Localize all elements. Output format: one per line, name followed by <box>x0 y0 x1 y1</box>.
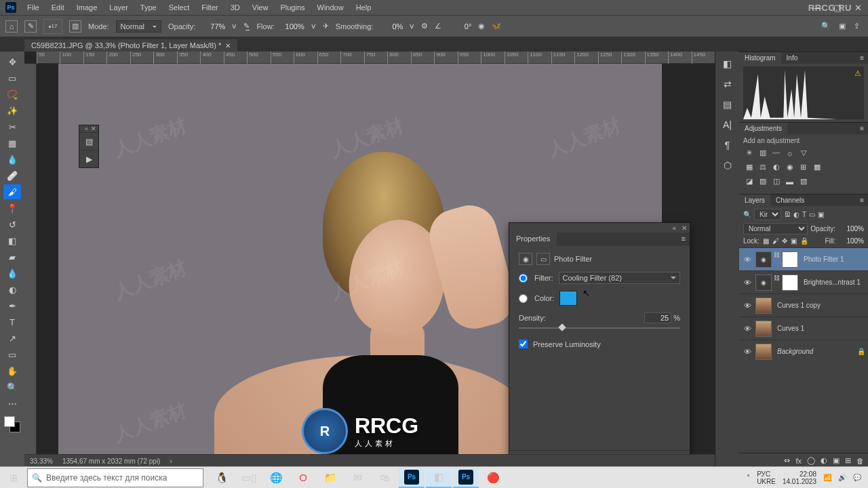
layer-fx-icon[interactable]: fx <box>795 457 802 465</box>
color-swatch[interactable] <box>559 291 577 306</box>
lasso-tool[interactable]: 📿 <box>3 87 21 102</box>
zoom-tool[interactable]: 🔍 <box>3 380 21 394</box>
brush-tool[interactable]: 🖌 <box>3 184 21 199</box>
dock-icon-2[interactable]: ⇄ <box>724 79 732 89</box>
adj-hsl-icon[interactable]: ▦ <box>743 161 755 173</box>
layer-name[interactable]: Background <box>777 348 854 355</box>
share-icon[interactable]: ⇪ <box>854 22 860 30</box>
menu-image[interactable]: Image <box>71 1 103 14</box>
start-button[interactable]: ⊞ <box>0 467 27 489</box>
filter-pixel-icon[interactable]: 🖻 <box>784 211 791 218</box>
blur-tool[interactable]: 💧 <box>3 266 21 281</box>
app-ps-1[interactable]: Ps <box>399 468 425 488</box>
filter-search-icon[interactable]: 🔍 <box>743 211 751 218</box>
panel-close-icon[interactable]: ✕ <box>91 125 96 132</box>
filter-type-icon[interactable]: T <box>802 211 806 218</box>
crop-tool[interactable]: ✂ <box>3 119 21 134</box>
visibility-icon[interactable]: 👁 <box>742 279 753 287</box>
lock-pixels-icon[interactable]: ▦ <box>763 237 769 245</box>
type-tool[interactable]: T <box>3 314 21 329</box>
tray-notifications-icon[interactable]: 💬 <box>853 474 861 481</box>
properties-tab[interactable]: Properties <box>509 232 557 246</box>
add-mask-icon[interactable]: ◯ <box>807 456 815 465</box>
fill-input[interactable] <box>838 237 864 245</box>
adj-levels-icon[interactable]: ▥ <box>757 147 768 159</box>
menu-layer[interactable]: Layer <box>104 1 134 14</box>
tray-chevron-icon[interactable]: ˄ <box>747 474 750 481</box>
path-tool[interactable]: ↗ <box>3 331 21 346</box>
smoothing-dropdown-icon[interactable]: ⅴ <box>410 22 414 30</box>
symmetry-icon[interactable]: 🦋 <box>492 22 501 30</box>
visibility-icon[interactable]: 👁 <box>742 348 753 356</box>
layer-row[interactable]: 👁Curves 1 copy <box>739 293 868 317</box>
adj-selective-icon[interactable]: ▧ <box>797 176 809 187</box>
fly-button-play[interactable]: ▶ <box>79 150 98 167</box>
smoothing-gear-icon[interactable]: ⚙ <box>421 22 428 30</box>
mask-icon[interactable]: ▭ <box>536 253 550 265</box>
hand-tool[interactable]: ✋ <box>3 363 21 378</box>
filter-shape-icon[interactable]: ▭ <box>809 211 815 218</box>
fly-button-1[interactable]: ▤ <box>79 132 98 150</box>
dodge-tool[interactable]: ◐ <box>3 282 21 297</box>
channels-tab[interactable]: Channels <box>770 195 810 206</box>
tablet-opacity-icon[interactable]: ✎̲ <box>243 22 250 30</box>
menu-filter[interactable]: Filter <box>196 1 223 14</box>
tablet-size-icon[interactable]: ◉ <box>478 22 485 30</box>
new-group-icon[interactable]: ▣ <box>833 456 840 465</box>
link-layers-icon[interactable]: ⇔ <box>784 456 790 465</box>
info-tab[interactable]: Info <box>781 52 804 64</box>
histogram-tab[interactable]: Histogram <box>739 52 781 64</box>
explorer-icon[interactable]: 📁 <box>317 468 343 488</box>
dock-icon-3[interactable]: ▤ <box>723 99 732 110</box>
brush-settings-icon[interactable]: ▥ <box>69 20 81 33</box>
adj-bw-icon[interactable]: ◐ <box>770 161 782 173</box>
filter-smart-icon[interactable]: ▣ <box>818 211 824 218</box>
adj-brightness-icon[interactable]: ☀ <box>743 147 755 159</box>
visibility-icon[interactable]: 👁 <box>742 256 753 264</box>
flow-value[interactable]: 100% <box>281 22 304 30</box>
layer-filter-kind[interactable]: Kind <box>754 209 781 220</box>
menu-3d[interactable]: 3D <box>225 1 245 14</box>
tray-wifi-icon[interactable]: 📶 <box>823 474 831 481</box>
history-brush-tool[interactable]: ↺ <box>3 217 21 232</box>
blend-mode-select[interactable]: Normal <box>743 223 808 235</box>
angle-icon[interactable]: ∠ <box>435 22 441 30</box>
menu-window[interactable]: Window <box>312 1 349 14</box>
layers-tab[interactable]: Layers <box>739 195 770 206</box>
color-swatches[interactable] <box>4 416 20 432</box>
panel-menu-icon[interactable]: ≡ <box>856 52 868 64</box>
adj-balance-icon[interactable]: ⚖ <box>757 161 768 173</box>
stamp-tool[interactable]: 📍 <box>3 201 21 216</box>
tab-close-icon[interactable]: ✕ <box>225 42 231 49</box>
blend-mode-select[interactable]: Normal <box>116 20 161 33</box>
tool-preset-icon[interactable]: ✎ <box>24 20 37 33</box>
new-adjustment-icon[interactable]: ◐ <box>821 456 827 465</box>
preserve-luminosity-checkbox[interactable] <box>519 340 528 348</box>
eraser-tool[interactable]: ◧ <box>3 233 21 248</box>
fly-panel[interactable]: «✕ ▤ ▶ <box>79 125 99 168</box>
brush-preview[interactable]: •17 <box>43 19 62 34</box>
app-camera-raw[interactable]: ◧ <box>426 468 452 488</box>
dock-char-icon[interactable]: A| <box>723 119 732 130</box>
panel-menu-icon[interactable]: ≡ <box>677 232 690 246</box>
status-chevron-icon[interactable]: › <box>170 458 172 465</box>
layer-name[interactable]: Photo Filter 1 <box>804 256 865 263</box>
visibility-icon[interactable]: 👁 <box>742 325 753 333</box>
task-view-icon[interactable]: ▭▯ <box>236 468 262 488</box>
edge-icon[interactable]: 🌐 <box>263 468 289 488</box>
mail-icon[interactable]: ✉ <box>344 468 370 488</box>
dock-para-icon[interactable]: ¶ <box>725 140 730 150</box>
lang-indicator[interactable]: РУСUKRE <box>757 470 776 485</box>
zoom-readout[interactable]: 33,33% <box>30 458 53 465</box>
new-layer-icon[interactable]: ⊞ <box>845 456 851 465</box>
menu-file[interactable]: File <box>22 1 45 14</box>
airbrush-icon[interactable]: ✈ <box>323 22 329 30</box>
gradient-tool[interactable]: ▰ <box>3 249 21 264</box>
density-slider[interactable] <box>519 325 680 333</box>
menu-select[interactable]: Select <box>163 1 195 14</box>
layer-row[interactable]: 👁◉⛓Photo Filter 1 <box>739 247 868 270</box>
layer-name[interactable]: Brightnes...ntrast 1 <box>804 279 865 286</box>
adj-vibrance-icon[interactable]: ▽ <box>797 147 809 159</box>
opacity-dropdown-icon[interactable]: ⅴ <box>232 22 237 30</box>
layer-row[interactable]: 👁Background🔒 <box>739 340 868 363</box>
